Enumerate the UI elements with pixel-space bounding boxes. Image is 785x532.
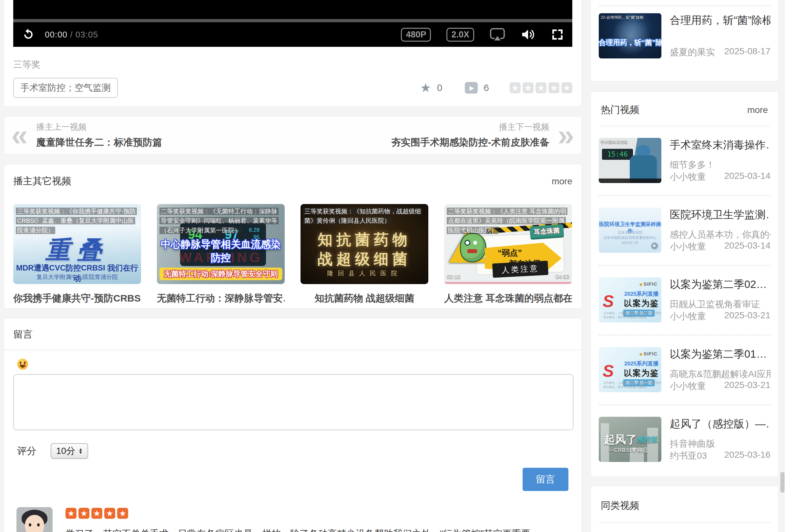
sidebar-video-title[interactable]: 起风了（感控版）—… xyxy=(670,417,770,431)
video-frame[interactable] xyxy=(13,0,572,19)
rating-star-icon[interactable] xyxy=(549,82,559,93)
sidebar-video-title[interactable]: 以案为鉴第二季01… xyxy=(670,347,770,361)
thumbnail-org: 承办单位：复旦大学附属中山医院 xyxy=(603,385,647,389)
sidebar-video-author[interactable]: 小小牧童 xyxy=(670,240,706,253)
sidebar-video-title[interactable]: 医院环境卫生学监测… xyxy=(670,208,770,222)
thumbnail-overlay-text: 二等奖获奖视频：《人类注意 耳念珠菌的弱点都在这里》吴美玲（皖南医学院第一附属医… xyxy=(447,207,569,235)
thumbnail-banner: 无菌特工行动:深静脉导管安全守则 xyxy=(159,268,282,280)
thumbnail-series-label: 2025系列直播 xyxy=(622,360,661,368)
video-card-item[interactable]: 二等奖获奖视频：《无菌特工行动：深静脉导管安全守则》闫瑞红、杨丽君、裴素华等（石… xyxy=(157,204,285,305)
hot-videos-card: 热门视频 more 手术室终末消毒 15:46 手术室终末消毒操作… 细节多多！… xyxy=(591,91,779,477)
rating-star-icon[interactable] xyxy=(535,82,547,93)
sidebar-video-date: 2025-03-16 xyxy=(724,450,770,462)
sidebar-video-date: 2025-08-17 xyxy=(724,46,770,58)
thumbnail-title-art: 以案为鉴 xyxy=(622,298,661,309)
sidebar-video-title[interactable]: 以案为鉴第二季02… xyxy=(670,277,770,291)
sidebar-video-item[interactable]: SIFIC S 2025系列直播 以案为鉴 第二季 第二期 主办单位：上海斯菲克… xyxy=(599,266,770,335)
next-video-link[interactable]: 播主下一视频 夯实围手术期感染防控-术前皮肤准备 xyxy=(383,121,574,149)
favorite-count: 0 xyxy=(437,82,442,93)
sidebar-video-author[interactable]: 小小牧童 xyxy=(670,310,706,323)
video-caption[interactable]: 人类注意 耳念珠菌的弱点都在… xyxy=(444,292,572,305)
video-thumbnail[interactable]: 二等奖获奖视频：《无菌特工行动：深静脉导管安全守则》闫瑞红、杨丽君、裴素华等（石… xyxy=(157,204,285,284)
sific-s-mark: S xyxy=(603,361,614,381)
sidebar-video-title[interactable]: 合理用药，斩“菌”除根 xyxy=(670,13,770,28)
rating-stars[interactable] xyxy=(510,82,572,93)
rating-star-icon[interactable] xyxy=(510,82,521,93)
video-card-item[interactable]: 三等奖获奖视频：《知抗菌药物，战超级细菌》黄伶俐（隆回县人民医院） 知抗菌药物 … xyxy=(301,204,428,305)
sidebar-video-author[interactable]: 约书亚03 xyxy=(670,450,707,462)
hot-videos-title: 热门视频 xyxy=(601,103,639,117)
sidebar-video-subtitle: 高晓东&范鹏超解读AI应用 xyxy=(670,368,770,380)
comment-textarea[interactable] xyxy=(13,374,574,430)
thumbnail-org: 隆回县人民医院 xyxy=(301,269,428,278)
similar-videos-card: 同类视频 一等奖获奖视频：《“检”控·细节筑防线》陈苗红、吴妍妍、张月月等（黄山… xyxy=(591,486,779,532)
filled-star-icon xyxy=(104,508,115,519)
thumbnail-corner-label: 手术室终末消毒 xyxy=(601,140,628,145)
chevron-right-icon xyxy=(558,123,574,147)
video-thumbnail[interactable]: SIFIC S 2025系列直播 以案为鉴 第二季 第一期 主办单位：上海斯菲克… xyxy=(599,347,661,392)
video-thumbnail[interactable]: SIFIC S 2025系列直播 以案为鉴 第二季 第二期 主办单位：上海斯菲克… xyxy=(599,277,661,323)
sidebar-video-author[interactable]: 小小牧童 xyxy=(670,171,706,183)
sidebar-video-date: 2025-03-21 xyxy=(724,380,770,392)
submit-comment-button[interactable]: 留言 xyxy=(523,468,568,491)
video-card-item[interactable]: ! “弱点” 都在这里 耳念珠菌 人类注意 二等奖获奖视频：《人类注意 耳念珠菌… xyxy=(444,204,572,305)
replay-icon[interactable] xyxy=(22,28,35,41)
more-link[interactable]: more xyxy=(552,176,572,186)
progress-bar[interactable] xyxy=(13,19,572,22)
rating-star-icon[interactable] xyxy=(561,82,572,93)
thumbnail-title-art: 起风了 xyxy=(604,432,637,447)
next-video-title[interactable]: 夯实围手术期感染防控-术前皮肤准备 xyxy=(391,136,549,149)
video-card-item[interactable]: 三等奖获奖视频：《你我携手健康共守-预防CRBSI》孟鑫、重叠（复旦大学附属中山… xyxy=(13,204,141,305)
volume-icon[interactable] xyxy=(521,28,535,41)
sidebar-video-item[interactable]: 手术室终末消毒 15:46 手术室终末消毒操作… 细节多多！ 小小牧童 2025… xyxy=(599,126,770,195)
video-thumbnail[interactable]: 起风了 感控版 —CRBSI零容忍 xyxy=(599,417,661,462)
prev-video-title[interactable]: 魔童降世任务二：标准预防篇 xyxy=(36,136,162,149)
comments-card: 留言 评分 10分 ▲▼ 留言 xyxy=(4,318,582,532)
thumbnail-title-art: 战超级细菌 xyxy=(301,249,428,269)
rating-select[interactable]: 10分 ▲▼ xyxy=(51,443,88,459)
grinning-face-emoji-icon[interactable] xyxy=(17,359,28,370)
thumbnail-org: 复旦大学附属中山医院青浦分院 xyxy=(13,273,141,281)
sidebar-video-author[interactable]: 小小牧童 xyxy=(670,380,706,392)
sidebar-video-author[interactable]: 盛夏的果实 xyxy=(670,46,715,58)
sidebar-video-item[interactable]: 医院环境卫生学监测采样操作 启东市人民医院 启东市医院感染管理质量控制中心 20… xyxy=(599,196,770,265)
current-time: 00:00 xyxy=(45,30,68,40)
video-player[interactable]: 00:00 / 03:05 480P 2.0X xyxy=(13,0,572,47)
thumbnail-progress-bar xyxy=(444,282,572,284)
sidebar-video-item[interactable]: 起风了 感控版 —CRBSI零容忍 起风了（感控版）—… 抖音神曲版 约书亚03… xyxy=(599,405,770,474)
sidebar-video-date: 2025-03-14 xyxy=(724,171,770,183)
video-caption[interactable]: 知抗菌药物 战超级细菌 xyxy=(301,292,428,305)
video-stats: 0 6 xyxy=(420,81,572,95)
quality-button[interactable]: 480P xyxy=(401,28,431,42)
video-thumbnail[interactable]: 三等奖获奖视频：《知抗菌药物，战超级细菌》黄伶俐（隆回县人民医院） 知抗菌药物 … xyxy=(301,204,428,284)
thumbnail-banner: 人类注意 xyxy=(492,261,549,278)
speed-button[interactable]: 2.0X xyxy=(447,28,474,42)
video-caption[interactable]: 你我携手健康共守-预防CRBSI xyxy=(13,292,141,305)
video-thumbnail[interactable]: 三等奖获奖视频：《你我携手健康共守-预防CRBSI》孟鑫、重叠（复旦大学附属中山… xyxy=(13,204,141,284)
video-thumbnail[interactable]: ! “弱点” 都在这里 耳念珠菌 人类注意 二等奖获奖视频：《人类注意 耳念珠菌… xyxy=(444,204,572,284)
sific-s-mark: S xyxy=(603,292,614,311)
prev-video-link[interactable]: 播主上一视频 魔童降世任务二：标准预防篇 xyxy=(11,121,171,149)
dashed-divider xyxy=(599,5,770,6)
thumbnail-title-art: 以案为鉴 xyxy=(622,368,661,378)
thumbnail-overlay-text: 三等奖获奖视频：《知抗菌药物，战超级细菌》黄伶俐（隆回县人民医院） xyxy=(303,207,426,226)
review-text: 学习了，其实不单单手术，日常在各病区也是一样的，除了各种高精尖设备帮助我们之外，… xyxy=(66,527,530,532)
nurse-figure xyxy=(636,145,651,157)
hot-more-link[interactable]: more xyxy=(747,105,768,115)
fullscreen-icon[interactable] xyxy=(551,28,564,41)
rating-star-icon[interactable] xyxy=(523,82,534,93)
video-caption[interactable]: 无菌特工行动：深静脉导管安… xyxy=(157,292,285,305)
thumbnail-org: 主办单位：上海斯菲克微生物应用技术研究中心 xyxy=(603,381,661,385)
video-tag[interactable]: 手术室防控；空气监测 xyxy=(13,78,118,98)
airplay-cast-icon[interactable] xyxy=(490,27,505,42)
sidebar-video-item[interactable]: SIFIC S 2025系列直播 以案为鉴 第二季 第一期 主办单位：上海斯菲克… xyxy=(599,335,770,404)
sidebar-video-subtitle: 抖音神曲版 xyxy=(670,438,770,450)
video-thumbnail[interactable]: 医院环境卫生学监测采样操作 启东市人民医院 启东市医院感染管理质量控制中心 20… xyxy=(599,208,661,253)
sidebar-video-title[interactable]: 手术室终末消毒操作… xyxy=(670,138,770,152)
sidebar-video-item[interactable]: 22-合理用药，斩“菌”除根 合理用药，斩“菌”除根 合理用药，斩“菌”除根 盛… xyxy=(599,13,770,58)
thumbnail-org: 启东市医院感染管理质量控制中心 xyxy=(599,235,661,240)
video-thumbnail[interactable]: 22-合理用药，斩“菌”除根 合理用药，斩“菌”除根 xyxy=(599,13,661,58)
video-thumbnail[interactable]: 手术室终末消毒 15:46 xyxy=(599,138,661,183)
scrollbar-thumb[interactable] xyxy=(781,472,784,492)
sidebar-video-subtitle: 感控人员基本功，你真的会采 xyxy=(670,229,770,240)
